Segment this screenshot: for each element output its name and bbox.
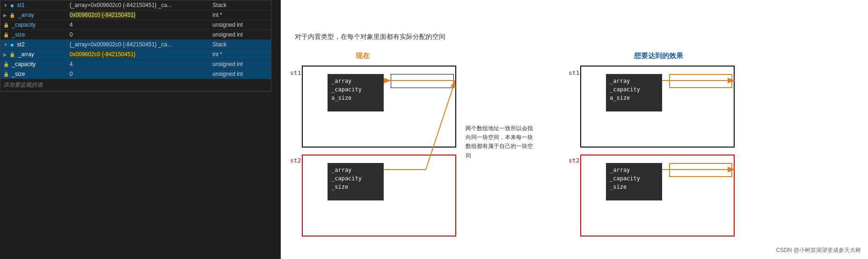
table-row[interactable]: 🔒 _capacity 4 unsigned int — [0, 20, 271, 30]
st1-memory-target — [669, 74, 732, 88]
watermark: CSDN @小树苗渴望变成参天大树 — [776, 246, 861, 254]
add-watch-row[interactable]: 添加要监视的项 — [0, 79, 271, 91]
capacity-label: _capacity — [331, 86, 380, 93]
section-label-now: 现在 — [356, 52, 370, 60]
var-name: st1 — [17, 2, 25, 8]
field-icon: 🔒 — [3, 62, 9, 67]
array-label: _array — [331, 167, 380, 173]
expand-icon[interactable]: ▼ — [3, 42, 8, 47]
st1-inner-target: _array _capacity a_size — [606, 74, 662, 111]
st2-memory-target — [669, 163, 732, 177]
pointer-icon: 🔒 — [9, 13, 15, 18]
st2-inner-target: _array _capacity _size — [606, 163, 662, 200]
st1-inner-now: _array _capacity a_size — [328, 74, 384, 111]
var-type: unsigned int — [210, 20, 271, 30]
st2-inner-now: _array _capacity _size — [328, 163, 384, 200]
var-type: int * — [210, 10, 271, 20]
expand-icon[interactable]: ▶ — [3, 13, 7, 18]
var-name: _size — [12, 31, 25, 38]
diagram-area: 对于内置类型，在每个对象里面都有实际分配的空间 现在 想要达到的效果 st1 _… — [281, 0, 868, 259]
capacity-label: _capacity — [331, 175, 380, 182]
size-label: _size — [610, 184, 658, 190]
table-row[interactable]: 🔒 _size 0 unsigned int — [0, 69, 271, 79]
var-name: _array — [18, 51, 34, 58]
table-row[interactable]: ▼ ◆ st2 {_array=0x009602c0 {-842150451} … — [0, 40, 271, 50]
struct-icon: ◆ — [10, 3, 14, 8]
var-type: unsigned int — [210, 30, 271, 40]
table-row[interactable]: ▶ 🔒 _array 0x009602c0 {-842150451} int * — [0, 10, 271, 20]
var-value: 0 — [67, 30, 210, 40]
table-row[interactable]: 🔒 _size 0 unsigned int — [0, 30, 271, 40]
add-watch-label[interactable]: 添加要监视的项 — [0, 79, 271, 91]
table-row[interactable]: ▶ 🔒 _array 0x009602c0 {-842150451} int * — [0, 50, 271, 59]
size-label: a_size — [610, 95, 658, 101]
st1-label-target: st1 — [569, 69, 579, 76]
size-label: a_size — [331, 95, 380, 101]
var-value: 4 — [67, 59, 210, 69]
var-value: 0 — [67, 69, 210, 79]
size-label: _size — [331, 184, 380, 190]
pointer-icon: 🔒 — [9, 52, 15, 57]
var-type: unsigned int — [210, 59, 271, 69]
st2-label-now: st2 — [290, 157, 301, 164]
var-name: _capacity — [12, 22, 36, 28]
st1-label-now: st1 — [290, 69, 301, 76]
var-value: 0x009602c0 {-842150451} — [70, 51, 136, 58]
st2-label-target: st2 — [569, 157, 579, 164]
var-value: {_array=0x009602c0 {-842150451} _ca... — [67, 40, 210, 50]
field-icon: 🔒 — [3, 72, 9, 77]
var-type: Stack — [210, 40, 271, 50]
field-icon: 🔒 — [3, 32, 9, 37]
annotation-text: 两个数组地址一致所以会指向同一块空间，本来每一块数组都有属于自己的一块空间 — [466, 124, 533, 160]
capacity-label: _capacity — [610, 175, 658, 182]
array-label: _array — [610, 167, 658, 173]
struct-icon: ◆ — [10, 42, 14, 47]
watch-table: ▼ ◆ st1 {_array=0x009602c0 {-842150451} … — [0, 0, 271, 91]
debug-panel: ▼ ◆ st1 {_array=0x009602c0 {-842150451} … — [0, 0, 271, 92]
field-icon: 🔒 — [3, 22, 9, 28]
array-label: _array — [331, 78, 380, 84]
capacity-label: _capacity — [610, 86, 658, 93]
var-name: _array — [18, 12, 34, 18]
var-name: _capacity — [12, 61, 36, 67]
table-row[interactable]: 🔒 _capacity 4 unsigned int — [0, 59, 271, 69]
array-label: _array — [610, 78, 658, 84]
var-type: unsigned int — [210, 69, 271, 79]
var-type: int * — [210, 50, 271, 59]
var-name: st2 — [17, 41, 25, 48]
var-name: _size — [12, 71, 25, 77]
section-label-target: 想要达到的效果 — [634, 52, 683, 60]
var-value: {_array=0x009602c0 {-842150451} _ca... — [70, 2, 172, 8]
table-row[interactable]: ▼ ◆ st1 {_array=0x009602c0 {-842150451} … — [0, 0, 271, 10]
var-value: 4 — [67, 20, 210, 30]
expand-icon[interactable]: ▼ — [3, 3, 8, 8]
description-text: 对于内置类型，在每个对象里面都有实际分配的空间 — [295, 33, 445, 41]
var-type: Stack — [210, 0, 271, 10]
st1-memory-now — [391, 74, 454, 88]
expand-icon[interactable]: ▶ — [3, 52, 7, 57]
var-value: 0x009602c0 {-842150451} — [70, 12, 136, 18]
